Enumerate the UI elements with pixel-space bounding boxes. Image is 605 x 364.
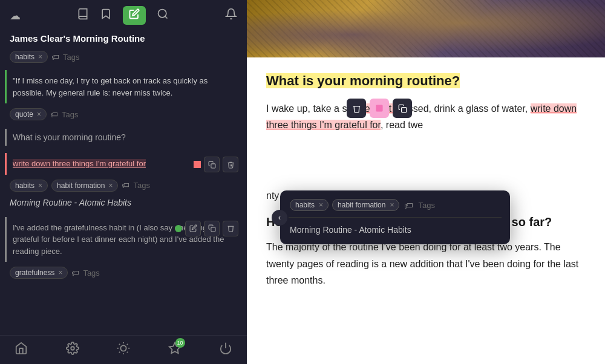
edit-icon[interactable] xyxy=(123,6,146,25)
quote-tags-label: Tags xyxy=(62,110,78,119)
note-tag-row: gratefulness × 🏷 Tags xyxy=(0,264,247,284)
popover-tags-label[interactable]: Tags xyxy=(418,201,434,210)
popover-tag-row: habits × habit formation × 🏷 Tags xyxy=(290,199,500,211)
popover-habits-chip[interactable]: habits × xyxy=(290,199,329,211)
popover-source-input[interactable] xyxy=(290,224,500,236)
hl-habit-formation-remove[interactable]: × xyxy=(108,181,113,190)
note-edit-btn[interactable] xyxy=(185,221,201,236)
popover-habit-formation-chip[interactable]: habit formation × xyxy=(332,199,399,211)
source-title: Morning Routine - Atomic Habits xyxy=(0,195,247,215)
sidebar-content: "If I miss one day, I try to get back on… xyxy=(0,68,247,364)
svg-rect-15 xyxy=(376,105,383,112)
notification-badge: 10 xyxy=(175,338,185,348)
note-delete-btn[interactable] xyxy=(223,221,238,236)
delete-toolbar-btn[interactable] xyxy=(347,99,366,118)
svg-point-3 xyxy=(71,346,74,350)
popover-habits-remove[interactable]: × xyxy=(319,201,323,209)
popover-habits-label: habits xyxy=(295,201,315,209)
cloud-icon[interactable]: ☁ xyxy=(10,9,21,22)
tag-icon: 🏷 xyxy=(51,53,59,62)
tags-label[interactable]: Tags xyxy=(63,53,79,62)
article-paragraph2: The majority of the routine I've been do… xyxy=(266,239,586,288)
nav-icons xyxy=(77,6,169,25)
top-nav: ☁ xyxy=(0,0,247,31)
tag-popover: ‹ habits × habit formation × 🏷 Tags xyxy=(280,190,510,244)
gratefulness-label: gratefulness xyxy=(15,268,54,277)
quote-tag-row: quote × 🏷 Tags xyxy=(0,106,247,126)
hero-overlay xyxy=(247,0,605,57)
header-tag-row: habits × 🏷 Tags xyxy=(0,48,247,68)
note-status-dot xyxy=(175,225,182,232)
quote-block: "If I miss one day, I try to get back on… xyxy=(5,70,237,103)
toolbar-popup xyxy=(347,99,412,118)
note-tag-icon: 🏷 xyxy=(71,268,79,278)
question-text: What is your morning routine? xyxy=(13,132,126,142)
svg-line-8 xyxy=(127,352,128,353)
hl-habits-label: habits xyxy=(15,181,34,190)
svg-line-11 xyxy=(119,352,120,353)
bookmark-icon[interactable] xyxy=(100,8,112,23)
gratefulness-chip[interactable]: gratefulness × xyxy=(10,267,68,279)
quote-chip-remove[interactable]: × xyxy=(37,110,41,119)
sun-icon[interactable] xyxy=(117,342,130,358)
hero-image xyxy=(247,0,605,57)
para1-before: I wake up, take a sh xyxy=(266,103,352,114)
color-toolbar-btn[interactable] xyxy=(370,99,389,118)
question-block: What is your morning routine? xyxy=(5,129,237,146)
quote-text: "If I miss one day, I try to get back on… xyxy=(13,76,208,97)
article-content: What is your morning routine? I wake up,… xyxy=(247,57,605,364)
popover-tag-icon: 🏷 xyxy=(404,200,413,210)
article-heading1: What is your morning routine? xyxy=(266,73,460,88)
svg-point-0 xyxy=(159,10,166,18)
habits-chip-label: habits xyxy=(15,53,34,61)
home-icon[interactable] xyxy=(15,342,28,358)
popover-divider xyxy=(289,217,502,218)
collapse-panel-btn[interactable]: ‹ xyxy=(272,210,287,226)
bell-icon[interactable] xyxy=(225,8,237,23)
para1-mid: ressed, drink a glass of water, xyxy=(400,103,531,114)
bottom-nav: 10 xyxy=(0,335,247,364)
article-heading1-wrap: What is your morning routine? xyxy=(266,72,586,91)
hl-tag-icon: 🏷 xyxy=(122,181,129,190)
copy-action-btn[interactable] xyxy=(204,157,220,172)
note-tags-label: Tags xyxy=(83,268,99,278)
right-panel: What is your morning routine? I wake up,… xyxy=(247,0,605,364)
popover-habit-formation-remove[interactable]: × xyxy=(390,201,394,209)
sidebar-title: James Clear's Morning Routine xyxy=(0,31,247,48)
note-copy-btn[interactable] xyxy=(204,221,220,236)
hl-tags-label: Tags xyxy=(133,181,149,190)
copy-toolbar-btn[interactable] xyxy=(393,99,412,118)
habits-chip[interactable]: habits × xyxy=(10,51,48,63)
quote-chip-label: quote xyxy=(15,110,33,119)
article-paragraph1: I wake up, take a shower, get dressed, d… xyxy=(266,100,586,133)
highlight-text: write down three things I'm grateful for xyxy=(13,159,146,168)
quote-tag-icon: 🏷 xyxy=(50,110,58,119)
svg-rect-16 xyxy=(401,107,406,112)
hl-habits-remove[interactable]: × xyxy=(38,181,42,190)
hl-habit-formation-label: habit formation xyxy=(57,181,105,190)
notification-wrap: 10 xyxy=(168,342,182,358)
quote-chip[interactable]: quote × xyxy=(10,108,47,120)
svg-line-7 xyxy=(119,344,120,345)
popover-habit-formation-label: habit formation xyxy=(338,201,385,209)
svg-rect-2 xyxy=(211,227,215,232)
color-dot[interactable] xyxy=(194,161,201,168)
book-icon[interactable] xyxy=(77,8,89,23)
habits-chip-remove[interactable]: × xyxy=(38,53,42,61)
hl-habits-chip[interactable]: habits × xyxy=(10,180,48,192)
hl-habit-formation-chip[interactable]: habit formation × xyxy=(51,180,118,192)
para1-after: , read twe xyxy=(381,120,423,130)
svg-rect-1 xyxy=(211,163,215,167)
svg-point-4 xyxy=(120,345,126,351)
settings-icon[interactable] xyxy=(66,342,79,358)
power-icon[interactable] xyxy=(219,342,232,358)
svg-line-12 xyxy=(127,344,128,345)
gratefulness-remove[interactable]: × xyxy=(58,268,62,277)
highlight-tag-row: habits × habit formation × 🏷 Tags xyxy=(0,177,247,195)
sidebar: ☁ xyxy=(0,0,247,364)
delete-action-btn[interactable] xyxy=(223,157,238,172)
search-icon[interactable] xyxy=(157,8,169,23)
